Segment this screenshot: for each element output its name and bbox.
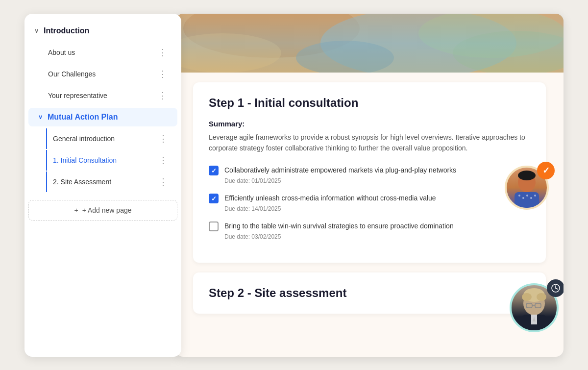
chevron-down-icon: ∨: [38, 114, 43, 121]
svg-point-10: [518, 195, 520, 197]
svg-rect-9: [514, 192, 539, 208]
add-page-label: + Add new page: [82, 206, 132, 214]
site-assessment-label: 2. Site Assessment: [53, 178, 111, 186]
more-options-icon[interactable]: ⋮: [158, 69, 168, 79]
plus-icon: +: [74, 206, 78, 214]
task-row-1: Collaboratively administrate empowered m…: [209, 165, 530, 175]
sidebar-item-site-assessment[interactable]: 2. Site Assessment ⋮: [28, 172, 177, 192]
sidebar-item-about-us[interactable]: About us ⋮: [28, 42, 177, 63]
your-representative-label: Your representative: [48, 92, 107, 99]
due-date-3: Due date: 03/02/2025: [224, 233, 530, 240]
hero-image: [175, 14, 564, 73]
svg-point-13: [530, 197, 532, 199]
hero-overlay: [175, 14, 564, 73]
svg-point-18: [537, 293, 546, 301]
step1-title: Step 1 - Initial consultation: [209, 96, 530, 110]
more-options-icon[interactable]: ⋮: [158, 47, 168, 58]
more-options-icon[interactable]: ⋮: [158, 90, 168, 101]
summary-label: Summary:: [209, 120, 530, 128]
main-content-area: Step 1 - Initial consultation Summary: L…: [175, 14, 564, 357]
step2-card: Step 2 - Site assessment: [193, 272, 546, 314]
our-challenges-label: Our Challenges: [48, 70, 96, 78]
task-row-3: Bring to the table win-win survival stra…: [209, 221, 530, 231]
avatar-2-wrapper: [510, 283, 559, 332]
task-text-3: Bring to the table win-win survival stra…: [224, 221, 454, 231]
summary-text: Leverage agile frameworks to provide a r…: [209, 132, 530, 154]
check-badge-1: ✓: [537, 162, 555, 179]
avatar-1-container: ✓: [505, 166, 549, 210]
task-item-3: Bring to the table win-win survival stra…: [209, 221, 530, 240]
chevron-down-icon: ∨: [34, 27, 39, 34]
due-date-1: Due date: 01/01/2025: [224, 177, 530, 184]
sidebar: ∨ Introduction About us ⋮ Our Challenges…: [24, 14, 181, 357]
checkbox-2[interactable]: [209, 194, 219, 203]
general-introduction-label: General introduction: [53, 135, 115, 143]
task-item-2: Efficiently unleash cross-media informat…: [209, 193, 530, 212]
svg-point-8: [518, 171, 536, 180]
task-row-2: Efficiently unleash cross-media informat…: [209, 193, 530, 203]
task-item-1: Collaboratively administrate empowered m…: [209, 165, 530, 184]
svg-point-12: [526, 195, 528, 197]
sidebar-introduction-label: Introduction: [44, 26, 89, 35]
more-options-icon[interactable]: ⋮: [159, 155, 168, 166]
svg-line-27: [556, 288, 558, 289]
svg-point-14: [534, 195, 536, 197]
avatar-2-container: [510, 283, 559, 332]
sidebar-item-your-representative[interactable]: Your representative ⋮: [28, 85, 177, 106]
svg-point-17: [522, 293, 532, 301]
due-date-2: Due date: 14/01/2025: [224, 205, 530, 212]
mutual-action-plan-label: Mutual Action Plan: [48, 113, 118, 122]
add-new-page-button[interactable]: + + Add new page: [28, 200, 177, 221]
clock-badge-2: [547, 279, 564, 297]
introduction-items: About us ⋮ Our Challenges ⋮ Your represe…: [24, 42, 181, 106]
step2-title: Step 2 - Site assessment: [209, 286, 530, 300]
svg-point-11: [522, 197, 524, 199]
sidebar-item-our-challenges[interactable]: Our Challenges ⋮: [28, 64, 177, 84]
sidebar-introduction-header[interactable]: ∨ Introduction: [24, 22, 181, 40]
more-options-icon[interactable]: ⋮: [159, 176, 168, 187]
about-us-label: About us: [48, 49, 75, 56]
more-options-icon[interactable]: ⋮: [159, 133, 168, 144]
sidebar-mutual-action-plan-header[interactable]: ∨ Mutual Action Plan: [28, 108, 177, 126]
checkbox-1[interactable]: [209, 166, 219, 175]
task-text-2: Efficiently unleash cross-media informat…: [224, 193, 436, 203]
sidebar-item-general-introduction[interactable]: General introduction ⋮: [28, 128, 177, 149]
avatar-1-wrapper: ✓: [505, 166, 549, 210]
checkbox-3[interactable]: [209, 222, 219, 231]
task-text-1: Collaboratively administrate empowered m…: [224, 165, 456, 175]
sidebar-item-initial-consultation[interactable]: 1. Initial Consultation ⋮: [28, 150, 177, 171]
step1-card: Step 1 - Initial consultation Summary: L…: [193, 82, 546, 263]
mutual-action-plan-items: General introduction ⋮ 1. Initial Consul…: [24, 128, 181, 192]
initial-consultation-label: 1. Initial Consultation: [53, 156, 117, 164]
